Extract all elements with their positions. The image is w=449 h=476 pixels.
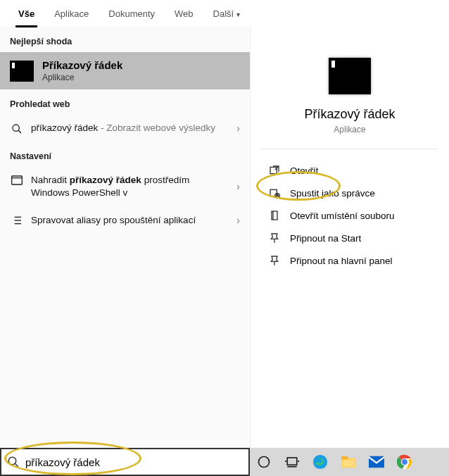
preview-title: Příkazový řádek <box>262 107 438 122</box>
svg-rect-22 <box>287 458 297 465</box>
svg-rect-12 <box>270 189 277 196</box>
explorer-icon[interactable] <box>340 453 357 470</box>
taskbar <box>250 448 449 476</box>
folder-icon <box>267 210 282 221</box>
action-pin-start[interactable]: Připnout na Start <box>263 227 436 249</box>
section-search-web: Prohledat web <box>0 89 250 115</box>
preview-actions: Otevřít Spustit jako správce Otevřít umí… <box>262 159 438 272</box>
action-pin-taskbar-label: Připnout na hlavní panel <box>290 256 393 266</box>
terminal-icon <box>10 175 24 185</box>
edge-icon[interactable] <box>312 453 329 470</box>
cmd-icon <box>10 61 34 82</box>
search-input[interactable] <box>25 456 243 468</box>
svg-line-1 <box>18 130 21 133</box>
chevron-down-icon: ▾ <box>236 11 240 18</box>
results-pane: Nejlepší shoda Příkazový řádek Aplikace … <box>0 27 250 476</box>
web-result[interactable]: příkazový řádek - Zobrazit webové výsled… <box>0 115 250 142</box>
settings-result-1-text: Nahradit příkazový řádek prostředím Wind… <box>31 174 223 199</box>
svg-point-0 <box>13 125 19 131</box>
chevron-right-icon: › <box>236 215 240 226</box>
search-icon <box>7 456 20 468</box>
best-match-result[interactable]: Příkazový řádek Aplikace <box>0 52 250 89</box>
settings-result-2-text: Spravovat aliasy pro spouštění aplikací <box>31 214 223 227</box>
best-match-title: Příkazový řádek <box>42 59 122 71</box>
svg-rect-29 <box>343 460 354 466</box>
search-icon <box>10 123 24 134</box>
action-open-location[interactable]: Otevřít umístění souboru <box>263 204 436 227</box>
action-open-location-label: Otevřít umístění souboru <box>290 211 395 221</box>
tab-more[interactable]: Další ▾ <box>203 3 250 26</box>
tab-web[interactable]: Web <box>165 3 203 26</box>
chevron-right-icon: › <box>236 123 240 134</box>
chrome-icon[interactable] <box>396 453 413 470</box>
divider <box>262 149 438 149</box>
tab-documents[interactable]: Dokumenty <box>99 3 165 26</box>
preview-subtitle: Aplikace <box>262 125 438 134</box>
best-match-subtitle: Aplikace <box>42 73 122 82</box>
svg-line-20 <box>15 463 18 467</box>
task-view-icon[interactable] <box>284 453 301 470</box>
open-icon <box>267 165 282 176</box>
svg-point-33 <box>402 459 407 465</box>
settings-result-replace[interactable]: Nahradit příkazový řádek prostředím Wind… <box>0 167 250 206</box>
section-best-match: Nejlepší shoda <box>0 27 250 52</box>
mail-icon[interactable] <box>368 453 385 470</box>
search-box[interactable] <box>0 448 250 476</box>
admin-icon <box>267 187 282 199</box>
svg-point-21 <box>259 457 270 468</box>
action-run-admin-label: Spustit jako správce <box>290 188 375 199</box>
svg-point-26 <box>313 455 327 469</box>
tab-all[interactable]: Vše <box>8 3 44 26</box>
action-pin-start-label: Připnout na Start <box>290 233 361 244</box>
svg-point-19 <box>8 457 16 465</box>
settings-result-alias[interactable]: Spravovat aliasy pro spouštění aplikací … <box>0 207 250 234</box>
svg-rect-10 <box>270 167 277 173</box>
svg-rect-2 <box>12 176 23 184</box>
web-result-text: příkazový řádek - Zobrazit webové výsled… <box>31 122 223 134</box>
list-icon <box>10 215 24 225</box>
search-filter-tabs: Vše Aplikace Dokumenty Web Další ▾ <box>0 0 449 27</box>
tab-apps[interactable]: Aplikace <box>44 3 99 26</box>
action-pin-taskbar[interactable]: Připnout na hlavní panel <box>263 249 436 272</box>
svg-rect-28 <box>341 456 348 460</box>
section-settings: Nastavení <box>0 142 250 167</box>
svg-rect-15 <box>272 211 277 220</box>
action-open[interactable]: Otevřít <box>263 159 436 182</box>
cortana-icon[interactable] <box>255 453 272 470</box>
action-run-admin[interactable]: Spustit jako správce <box>263 182 436 204</box>
preview-pane: Příkazový řádek Aplikace Otevřít Spustit… <box>250 27 449 476</box>
pin-icon <box>267 255 282 266</box>
action-open-label: Otevřít <box>290 165 319 176</box>
pin-icon <box>267 232 282 244</box>
chevron-right-icon: › <box>236 181 240 192</box>
preview-cmd-icon <box>329 58 371 94</box>
